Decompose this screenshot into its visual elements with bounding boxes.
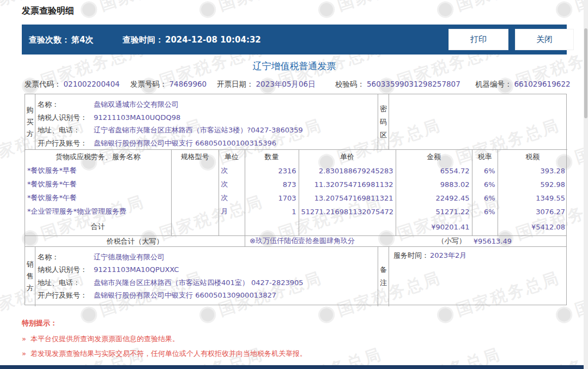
cell-unit: 月 bbox=[219, 205, 245, 219]
seller-address-row: 地址、电话：盘锦市兴隆台区庄林路西（市客运站四楼401室） 0427-28239… bbox=[38, 276, 378, 289]
amount-small-label: （小写） bbox=[438, 236, 466, 246]
invoice-title: 辽宁增值税普通发票 bbox=[22, 60, 567, 72]
invoice-code-group: 发票代码：021002200404 bbox=[25, 80, 120, 89]
total-in-words-content: ⊗玖万伍仟陆佰壹拾叁圆肆角玖分 （小写） ¥95613.49 bbox=[245, 236, 566, 246]
check-count-label: 查验次数： bbox=[29, 34, 70, 45]
invoice-code-label: 发票代码： bbox=[25, 80, 62, 88]
col-header-qty: 数量 bbox=[245, 150, 299, 164]
cell-spec bbox=[171, 178, 219, 191]
buyer-side-label: 购买方 bbox=[25, 94, 35, 149]
notice-text: 本平台仅提供所查询发票票面信息的查验结果。 bbox=[31, 335, 179, 343]
page-title: 发票查验明细 bbox=[22, 5, 74, 17]
invoice-checksum-group: 校验码：56033599031298257807 bbox=[335, 80, 460, 89]
remark-content: 服务时间：2023年2月 bbox=[389, 247, 566, 306]
invoice-number-group: 发票号码：74869960 bbox=[130, 80, 207, 89]
seller-taxid-row: 纳税人识别号：91211103MA10QPUXXC bbox=[38, 263, 378, 276]
scrollbar-track[interactable] bbox=[584, 0, 588, 369]
cell-amount: 9883.02 bbox=[396, 178, 472, 191]
notice-item: »本平台仅提供所查询发票票面信息的查验结果。 bbox=[22, 335, 307, 343]
goods-row: *餐饮服务*早餐 次 2316 2.830188679245283 6554.7… bbox=[25, 164, 567, 178]
invoice-number-value: 74869960 bbox=[169, 80, 207, 88]
invoice-date-value: 2023年05月06日 bbox=[256, 80, 316, 88]
cell-goods-name: *企业管理服务*物业管理服务费 bbox=[25, 205, 171, 219]
cell-amount: 6554.72 bbox=[396, 164, 472, 178]
cell-unit-price: 2.830188679245283 bbox=[299, 164, 396, 178]
col-header-unit-price: 单价 bbox=[299, 150, 396, 164]
buyer-name-row: 名称：盘锦双通城市公交有限公司 bbox=[38, 98, 378, 111]
cell-tax-rate: 6% bbox=[472, 205, 498, 219]
buyer-info: 名称：盘锦双通城市公交有限公司 纳税人识别号：91211103MA10UQDQ9… bbox=[35, 94, 378, 149]
total-in-words-row: 价税合计（大写） ⊗玖万伍仟陆佰壹拾叁圆肆角玖分 （小写） ¥95613.49 bbox=[25, 235, 566, 246]
service-time-label: 服务时间： bbox=[393, 251, 429, 259]
cell-spec bbox=[171, 164, 219, 178]
goods-row: *企业管理服务*物业管理服务费 月 1 51271.21698113207547… bbox=[25, 205, 567, 219]
machine-number-group: 机器编号：661029619622 bbox=[475, 80, 571, 89]
notice-text: 若发现发票查验结果与实际交易不符，任何单位或个人有权拒收并向当地税务机关举报。 bbox=[31, 349, 307, 358]
special-notice: 特别提示： »本平台仅提供所查询发票票面信息的查验结果。 »若发现发票查验结果与… bbox=[22, 318, 307, 365]
total-amount: ¥90201.41 bbox=[396, 219, 472, 235]
total-tax: ¥5412.08 bbox=[498, 219, 567, 235]
cell-unit: 次 bbox=[219, 191, 245, 205]
invoice-verification-page: 国家税务总局国家税务总局国家税务总局国家税务总局国家税务总局国家税务总局国家税务… bbox=[0, 0, 588, 369]
check-count-value: 第4次 bbox=[71, 34, 93, 45]
cell-goods-name: *餐饮服务*早餐 bbox=[25, 164, 171, 178]
seller-info: 名称：辽宁德晟物业有限公司 纳税人识别号：91211103MA10QPUXXC … bbox=[35, 247, 378, 306]
col-header-tax-rate: 税率 bbox=[472, 150, 498, 164]
col-header-unit: 单位 bbox=[219, 150, 245, 164]
scrollbar-thumb[interactable] bbox=[584, 28, 587, 118]
bottom-bar bbox=[0, 365, 588, 369]
seller-section: 销售方 名称：辽宁德晟物业有限公司 纳税人识别号：91211103MA10QPU… bbox=[25, 246, 566, 306]
service-time-value: 2023年2月 bbox=[430, 251, 466, 259]
col-header-amount: 金额 bbox=[396, 150, 472, 164]
goods-header-row: 货物或应税劳务、服务名称 规格型号 单位 数量 单价 金额 税率 税额 bbox=[25, 150, 567, 164]
remark-side-label: 备注 bbox=[378, 247, 389, 306]
total-label: 合计 bbox=[25, 219, 171, 235]
cell-tax: 393.28 bbox=[498, 164, 567, 178]
print-button[interactable]: 打印 bbox=[448, 29, 508, 50]
invoice-code-value: 021002200404 bbox=[64, 80, 120, 88]
total-in-words-label: 价税合计（大写） bbox=[25, 236, 245, 246]
cell-tax-rate: 6% bbox=[472, 178, 498, 191]
cell-tax-rate: 6% bbox=[472, 164, 498, 178]
notice-title: 特别提示： bbox=[22, 318, 307, 328]
goods-total-row: 合计 ¥90201.41 ¥5412.08 bbox=[25, 219, 567, 235]
cell-unit-price: 51271.216981132075472 bbox=[299, 205, 396, 219]
seller-name-row: 名称：辽宁德晟物业有限公司 bbox=[38, 251, 378, 264]
cell-qty: 1 bbox=[245, 205, 299, 219]
invoice-date-label: 开票日期： bbox=[217, 80, 254, 88]
buyer-section: 购买方 名称：盘锦双通城市公交有限公司 纳税人识别号：91211103MA10U… bbox=[25, 94, 566, 149]
cell-tax: 3076.27 bbox=[498, 205, 567, 219]
password-area-content bbox=[389, 94, 566, 149]
check-time-value: 2024-12-08 10:04:32 bbox=[165, 35, 261, 45]
machine-number-label: 机器编号： bbox=[475, 80, 512, 88]
goods-row: *餐饮服务*午餐 次 1703 13.207547169811321 22492… bbox=[25, 191, 567, 205]
invoice-box: 购买方 名称：盘锦双通城市公交有限公司 纳税人识别号：91211103MA10U… bbox=[25, 94, 567, 305]
cell-spec bbox=[171, 205, 219, 219]
cell-goods-name: *餐饮服务*午餐 bbox=[25, 178, 171, 191]
cell-qty: 1703 bbox=[245, 191, 299, 205]
cell-unit: 次 bbox=[219, 178, 245, 191]
password-area-label: 密码区 bbox=[378, 94, 389, 149]
cell-tax: 1349.55 bbox=[498, 191, 567, 205]
notice-item: »若发现发票查验结果与实际交易不符，任何单位或个人有权拒收并向当地税务机关举报。 bbox=[22, 350, 307, 358]
notice-bullet: » bbox=[22, 349, 26, 358]
col-header-spec: 规格型号 bbox=[171, 150, 219, 164]
cell-amount: 22492.45 bbox=[396, 191, 472, 205]
cell-tax: 592.98 bbox=[498, 178, 567, 191]
invoice-checksum-label: 校验码： bbox=[335, 80, 365, 88]
cell-spec bbox=[171, 191, 219, 205]
service-time-row: 服务时间：2023年2月 bbox=[393, 250, 562, 261]
col-header-goods-name: 货物或应税劳务、服务名称 bbox=[25, 150, 171, 164]
cell-unit-price: 11.320754716981132 bbox=[299, 178, 396, 191]
cell-goods-name: *餐饮服务*午餐 bbox=[25, 191, 171, 205]
invoice-meta-row: 发票代码：021002200404 发票号码：74869960 开票日期：202… bbox=[0, 80, 588, 90]
invoice-checksum-value: 56033599031298257807 bbox=[367, 80, 460, 88]
buyer-taxid-row: 纳税人识别号：91211103MA10UQDQ98 bbox=[38, 111, 378, 124]
buyer-address-row: 地址、电话：辽宁省盘锦市兴隆台区庄林路西（市客运站3楼）?0427-386035… bbox=[38, 124, 378, 137]
cell-unit: 次 bbox=[219, 164, 245, 178]
close-button[interactable]: 关闭 bbox=[515, 29, 574, 50]
seller-side-label: 销售方 bbox=[25, 247, 35, 306]
content-layer: 发票查验明细 查验次数： 第4次 查验时间： 2024-12-08 10:04:… bbox=[0, 0, 588, 369]
amount-in-words: ⊗玖万伍仟陆佰壹拾叁圆肆角玖分 bbox=[250, 236, 355, 246]
cell-tax-rate: 6% bbox=[472, 191, 498, 205]
